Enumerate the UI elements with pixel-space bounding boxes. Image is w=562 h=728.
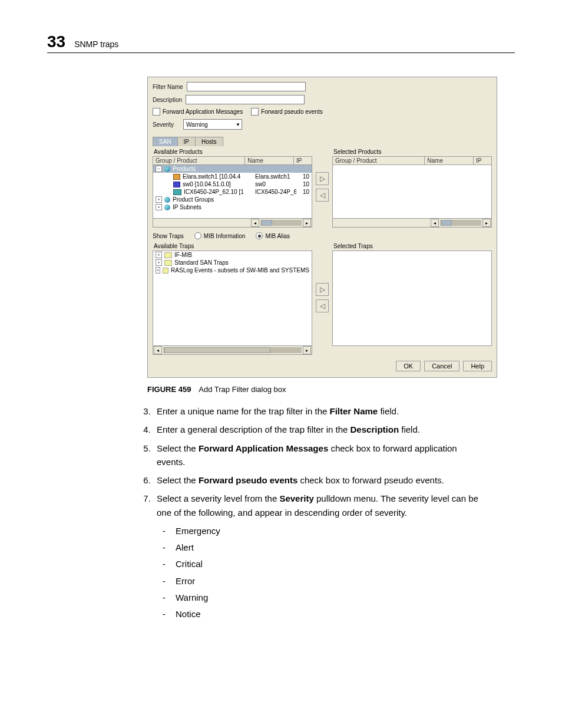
move-left-button[interactable]: ◁ xyxy=(316,189,329,202)
tree-node-item[interactable]: sw0 [10.04.51.0.0] sw0 10 xyxy=(153,180,312,188)
globe-icon xyxy=(164,197,170,203)
product-tabs: SAN IP Hosts xyxy=(153,137,223,146)
step-6: Select the Forward pseudo events check b… xyxy=(153,473,480,487)
col-name[interactable]: Name xyxy=(425,157,474,164)
list-item: Alert xyxy=(165,541,480,554)
step-5: Select the Forward Application Messages … xyxy=(153,442,480,469)
expand-icon[interactable]: + xyxy=(156,196,162,203)
col-group-product[interactable]: Group / Product xyxy=(153,157,245,164)
scrollbar-horizontal[interactable]: ◂ ▸ xyxy=(153,346,312,355)
globe-icon xyxy=(164,166,170,172)
scroll-left-icon[interactable]: ◂ xyxy=(251,219,259,227)
forward-pseudo-events-checkbox[interactable] xyxy=(251,108,259,116)
selected-traps-title: Selected Traps xyxy=(333,243,492,249)
tree-node-ip-subnets[interactable]: + IP Subnets xyxy=(153,203,312,211)
scroll-right-icon[interactable]: ▸ xyxy=(303,346,311,354)
col-group-product[interactable]: Group / Product xyxy=(333,157,425,164)
switch-icon xyxy=(173,189,181,195)
available-products-title: Available Products xyxy=(154,149,312,155)
folder-icon xyxy=(164,260,172,266)
list-item: Emergency xyxy=(165,524,480,538)
expand-icon[interactable]: + xyxy=(156,259,162,266)
collapse-icon[interactable]: − xyxy=(156,166,162,172)
mib-information-label: MIB Information xyxy=(204,233,246,239)
list-item: Critical xyxy=(165,557,480,571)
mib-alias-radio[interactable] xyxy=(256,232,263,239)
chapter-number: 33 xyxy=(47,32,65,51)
forward-app-messages-checkbox[interactable] xyxy=(153,108,160,116)
figure-caption-text: Add Trap Filter dialog box xyxy=(199,385,286,394)
col-ip[interactable]: IP xyxy=(474,157,491,164)
selected-products-title: Selected Products xyxy=(333,149,492,155)
selected-traps-list[interactable] xyxy=(332,251,492,346)
available-products-list[interactable]: − Products Elara.switch1 [10.04.4 Elara.… xyxy=(153,165,312,219)
step-3: Enter a unique name for the trap filter … xyxy=(153,404,480,418)
step-7: Select a severity level from the Severit… xyxy=(153,492,480,621)
severity-select[interactable]: Warning ▼ xyxy=(183,119,242,130)
expand-icon[interactable]: + xyxy=(156,204,162,210)
scrollbar-horizontal[interactable]: ◂ ▸ xyxy=(153,219,312,228)
switch-icon xyxy=(173,182,180,187)
selected-products-list[interactable] xyxy=(332,165,492,219)
move-left-button[interactable]: ◁ xyxy=(316,299,329,312)
instruction-steps: Enter a unique name for the trap filter … xyxy=(153,404,480,621)
folder-icon xyxy=(164,252,172,258)
ok-button[interactable]: OK xyxy=(396,361,421,371)
scroll-right-icon[interactable]: ▸ xyxy=(303,219,311,227)
severity-sublist: Emergency Alert Critical Error Warning N… xyxy=(165,524,480,621)
tree-node-traps[interactable]: + Standard SAN Traps xyxy=(153,259,312,266)
description-label: Description xyxy=(153,97,182,103)
cancel-button[interactable]: Cancel xyxy=(424,361,459,371)
tree-node-item[interactable]: ICX6450-24P_62.10 [1 ICX6450-24P_62.10 1… xyxy=(153,188,312,196)
folder-icon xyxy=(163,268,168,274)
forward-app-messages-label: Forward Application Messages xyxy=(163,108,243,115)
available-products-header: Group / Product Name IP xyxy=(153,156,312,165)
show-traps-label: Show Traps xyxy=(153,233,184,239)
selected-products-header: Group / Product Name IP xyxy=(332,156,492,165)
col-ip[interactable]: IP xyxy=(294,157,312,164)
tree-node-item[interactable]: Elara.switch1 [10.04.4 Elara.switch1 10 xyxy=(153,173,312,180)
tree-node-traps[interactable]: + RASLog Events - subsets of SW-MIB and … xyxy=(153,266,312,274)
list-item: Warning xyxy=(165,591,480,604)
switch-icon xyxy=(173,174,180,180)
mib-information-radio[interactable] xyxy=(194,232,201,239)
forward-pseudo-events-label: Forward pseudo events xyxy=(261,108,323,115)
tree-node-products[interactable]: − Products xyxy=(153,165,312,173)
list-item: Error xyxy=(165,574,480,588)
description-input[interactable] xyxy=(186,95,305,104)
scroll-right-icon[interactable]: ▸ xyxy=(482,219,491,227)
chapter-title: SNMP traps xyxy=(74,39,118,49)
severity-label: Severity xyxy=(153,121,180,128)
filter-name-label: Filter Name xyxy=(153,84,183,90)
tree-node-product-groups[interactable]: + Product Groups xyxy=(153,196,312,203)
tab-ip[interactable]: IP xyxy=(178,137,196,146)
help-button[interactable]: Help xyxy=(463,361,492,371)
available-traps-list[interactable]: + IF-MIB + Standard SAN Traps + R xyxy=(153,251,312,346)
scroll-left-icon[interactable]: ◂ xyxy=(154,346,162,354)
scrollbar-horizontal[interactable]: ◂ ▸ xyxy=(332,219,492,228)
tab-san[interactable]: SAN xyxy=(153,137,178,146)
filter-name-input[interactable] xyxy=(187,82,306,91)
figure-caption: FIGURE 459 Add Trap Filter dialog box xyxy=(147,385,515,394)
move-right-button[interactable]: ▷ xyxy=(316,172,329,185)
chevron-down-icon: ▼ xyxy=(236,122,240,127)
step-4: Enter a general description of the trap … xyxy=(153,423,480,436)
severity-value: Warning xyxy=(186,121,208,128)
tree-node-traps[interactable]: + IF-MIB xyxy=(153,251,312,259)
page-header: 33 SNMP traps xyxy=(47,32,515,53)
expand-icon[interactable]: + xyxy=(156,267,160,274)
col-name[interactable]: Name xyxy=(245,157,294,164)
list-item: Notice xyxy=(165,607,480,621)
scroll-left-icon[interactable]: ◂ xyxy=(431,219,439,227)
globe-icon xyxy=(164,205,170,210)
expand-icon[interactable]: + xyxy=(156,252,162,258)
available-traps-title: Available Traps xyxy=(154,243,312,249)
add-trap-filter-dialog: Filter Name Description Forward Applicat… xyxy=(147,77,497,378)
tab-hosts[interactable]: Hosts xyxy=(196,137,223,146)
figure-label: FIGURE 459 xyxy=(147,385,191,394)
mib-alias-label: MIB Alias xyxy=(265,233,290,239)
move-right-button[interactable]: ▷ xyxy=(316,283,329,296)
